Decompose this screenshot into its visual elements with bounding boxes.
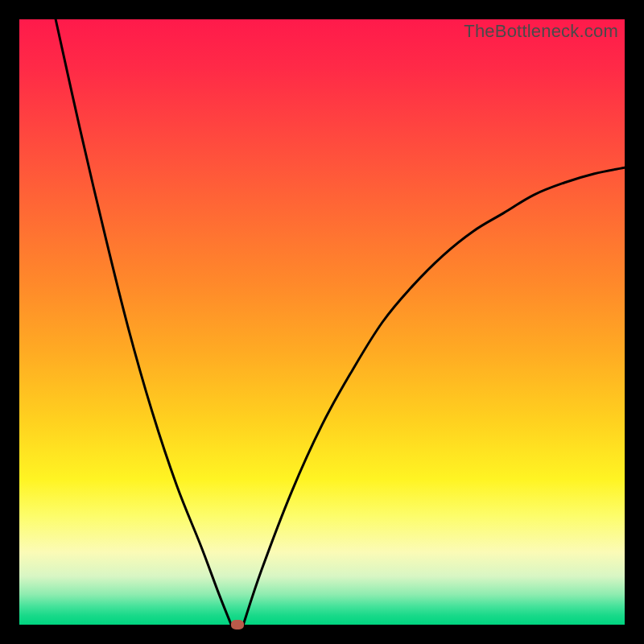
curve-left-branch xyxy=(56,19,231,625)
bottleneck-marker xyxy=(231,620,244,630)
chart-frame: TheBottleneck.com xyxy=(0,0,644,644)
curve-layer xyxy=(19,19,625,625)
attribution-label: TheBottleneck.com xyxy=(464,21,618,42)
curve-right-branch xyxy=(243,167,625,625)
plot-area: TheBottleneck.com xyxy=(19,19,625,625)
